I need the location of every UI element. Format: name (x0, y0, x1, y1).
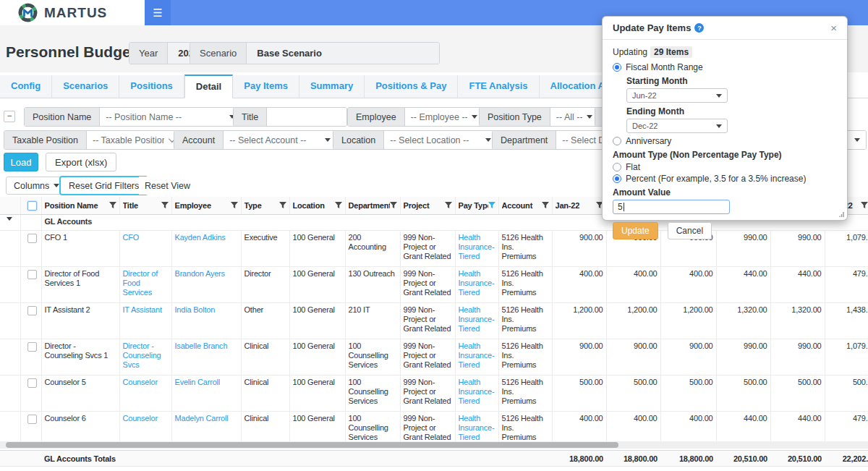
row-checkbox[interactable] (27, 415, 37, 424)
percent-radio[interactable]: Percent (For example, 3.5 for a 3.5% inc… (613, 174, 837, 184)
cell-employee-link[interactable]: Brandon Ayers (175, 269, 225, 278)
cell-type-text: Executive (244, 233, 278, 242)
reset-grid-filters-button[interactable]: Reset Grid Filters (59, 176, 148, 195)
columns-dropdown-button[interactable]: Columns (6, 177, 67, 195)
cell-employee-link[interactable]: Isabelle Branch (175, 341, 228, 350)
tab-positions[interactable]: Positions (119, 75, 184, 98)
export-xlsx-button[interactable]: Export (xlsx) (46, 153, 116, 171)
filter-funnel-icon[interactable] (542, 202, 549, 209)
filter-title-input[interactable] (267, 108, 346, 126)
radio-selected-icon[interactable] (613, 174, 621, 183)
filter-funnel-icon[interactable] (161, 202, 169, 209)
cell-department: 130 Outreach (345, 266, 400, 302)
horizontal-scrollbar-thumb[interactable] (6, 442, 618, 448)
cell-title-link[interactable]: Director of Food Services (123, 269, 158, 297)
cell-pay-type-link[interactable]: Health Insurance-Tiered (459, 305, 495, 333)
cell-title-link[interactable]: Director - Counseling Svcs (123, 341, 161, 369)
cell-pay-type-link[interactable]: Health Insurance-Tiered (459, 341, 495, 369)
collapse-caret-icon[interactable] (7, 217, 12, 221)
column-header-type[interactable]: Type (241, 197, 289, 214)
cell-title-link[interactable]: IT Assistant (123, 305, 162, 314)
row-checkbox[interactable] (27, 342, 37, 352)
row-checkbox[interactable] (27, 306, 37, 315)
checkbox-cell (20, 266, 41, 302)
column-header-position-name[interactable]: Position Name (41, 197, 119, 214)
cell-title: CFO (119, 230, 171, 266)
anniversary-radio[interactable]: Anniversary (613, 136, 837, 146)
filter-taxable-position-select[interactable]: -- Taxable Position -- (87, 131, 179, 149)
filter-funnel-icon[interactable] (390, 202, 397, 209)
tab-detail[interactable]: Detail (184, 75, 233, 98)
reset-view-button[interactable]: Reset View (139, 177, 196, 195)
horizontal-scrollbar-track[interactable] (0, 441, 868, 449)
tab-scenarios[interactable]: Scenarios (52, 75, 119, 98)
filter-funnel-icon[interactable] (109, 202, 116, 209)
cell-title-link[interactable]: CFO (123, 233, 140, 242)
cell-title-link[interactable]: Counselor (123, 378, 158, 386)
column-header-location[interactable]: Location (289, 197, 345, 214)
cell-pay-type-link[interactable]: Health Insurance-Tiered (459, 378, 495, 405)
starting-month-select[interactable]: Jun-22 (626, 88, 728, 103)
cell-employee-link[interactable]: Kayden Adkins (175, 233, 226, 242)
brand-logo[interactable]: MARTUS (0, 0, 145, 25)
filter-account-select[interactable]: -- Select Account -- (224, 131, 336, 149)
cell-employee-link[interactable]: Madelyn Carroll (175, 414, 229, 423)
close-icon[interactable]: × (830, 22, 837, 33)
column-header-account[interactable]: Account (498, 197, 552, 214)
radio-icon[interactable] (613, 163, 621, 171)
amount-value-input[interactable]: 5 (613, 200, 730, 214)
hamburger-menu-icon[interactable]: ☰ (145, 0, 171, 25)
filter-funnel-icon[interactable] (279, 202, 286, 209)
row-checkbox[interactable] (27, 378, 37, 388)
cell-pay-type-link[interactable]: Health Insurance-Tiered (459, 233, 495, 260)
ending-month-select[interactable]: Dec-22 (626, 119, 728, 133)
tab-config[interactable]: Config (0, 75, 52, 98)
fiscal-month-range-radio[interactable]: Fiscal Month Range (613, 62, 837, 72)
cell-mar-22: 400.00 (660, 411, 716, 441)
resize-handle-icon[interactable] (838, 211, 844, 218)
update-button[interactable]: Update (613, 222, 658, 239)
tab-summary[interactable]: Summary (299, 75, 365, 98)
filter-employee-select[interactable]: -- Employee -- (405, 108, 483, 126)
cell-position-name: Director of Food Services 1 (41, 266, 119, 302)
scenario-value[interactable]: Base Scenario (247, 43, 439, 64)
modal-header: Update Pay Items ? × (603, 17, 847, 40)
cell-type: Executive (241, 230, 289, 266)
column-header-project[interactable]: Project (400, 197, 455, 214)
filter-funnel-icon[interactable] (231, 202, 238, 209)
scenario-control[interactable]: Scenario Base Scenario (190, 42, 440, 64)
row-checkbox[interactable] (27, 270, 37, 279)
filter-account-label: Account (174, 131, 224, 149)
load-button[interactable]: Load (4, 153, 38, 171)
filter-funnel-icon[interactable] (861, 202, 868, 209)
tab-pay-items[interactable]: Pay Items (233, 75, 299, 98)
cell-pay-type-link[interactable]: Health Insurance-Tiered (459, 269, 495, 297)
cancel-button[interactable]: Cancel (668, 222, 712, 239)
cell-pay-type-link[interactable]: Health Insurance-Tiered (459, 414, 495, 441)
cell-employee-link[interactable]: Evelin Carroll (175, 378, 221, 386)
cell-title-link[interactable]: Counselor (123, 414, 158, 423)
flat-radio[interactable]: Flat (613, 162, 837, 172)
filter-funnel-icon[interactable] (445, 202, 452, 209)
filter-position-name-select[interactable]: -- Position Name -- (100, 108, 241, 126)
filter-funnel-icon[interactable] (335, 202, 342, 209)
radio-selected-icon[interactable] (613, 63, 621, 72)
filter-location-select[interactable]: -- Select Location -- (384, 131, 497, 149)
cell-position-name: Counselor 6 (41, 411, 119, 441)
cell-employee-link[interactable]: India Bolton (175, 305, 216, 314)
column-header-jan-22[interactable]: Jan-22 (552, 197, 606, 214)
filter-funnel-icon[interactable] (488, 202, 495, 209)
filter-title-textbox[interactable] (267, 108, 346, 126)
tab-fte-analysis[interactable]: FTE Analysis (458, 75, 539, 98)
column-header-title[interactable]: Title (119, 197, 171, 214)
help-icon[interactable]: ? (694, 23, 704, 33)
column-header-pay-type[interactable]: Pay Type (455, 197, 498, 214)
row-checkbox[interactable] (27, 234, 37, 243)
radio-icon[interactable] (613, 137, 621, 145)
tab-positions-pay[interactable]: Positions & Pay (365, 75, 458, 98)
filter-position-type-select[interactable]: -- All -- (550, 108, 598, 126)
column-header-employee[interactable]: Employee (171, 197, 241, 214)
select-all-checkbox[interactable] (27, 201, 37, 211)
cell-employee: India Bolton (171, 302, 241, 339)
column-header-department[interactable]: Department (345, 197, 400, 214)
